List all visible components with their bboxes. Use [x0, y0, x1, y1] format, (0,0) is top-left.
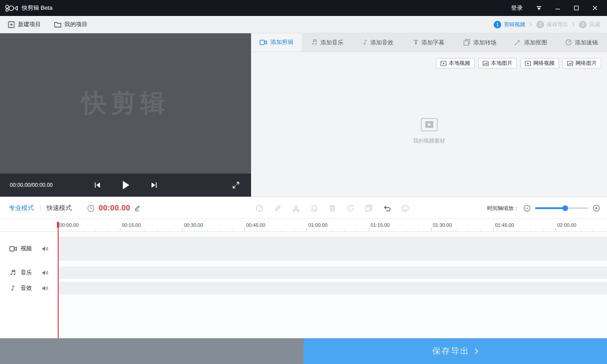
web-image-button[interactable]: 网络图片: [563, 58, 601, 68]
ruler-tick-label: 02:00.00: [557, 222, 576, 228]
quick-mode-button[interactable]: 快速模式: [47, 204, 72, 212]
fullscreen-icon[interactable]: [232, 174, 240, 197]
current-time-value: 00:00.00: [99, 204, 130, 213]
minimize-button[interactable]: [548, 0, 567, 16]
step-save-export[interactable]: 2 保存导出: [536, 21, 568, 28]
video-camera-icon: [260, 40, 267, 45]
step-chevron-icon: [572, 22, 575, 27]
edit-time-icon[interactable]: [134, 206, 140, 211]
step-finish[interactable]: 3 完成: [579, 21, 600, 28]
media-tabs: 添加剪辑 ♬ 添加音乐 ♪ 添加音效 T 添加字幕: [251, 33, 607, 52]
sound-effect-icon: ♪: [363, 39, 367, 46]
close-button[interactable]: [586, 0, 604, 16]
step-label: 完成: [589, 21, 600, 28]
my-projects-button[interactable]: 我的项目: [54, 20, 88, 28]
tab-add-speed[interactable]: 添加速镜: [556, 33, 607, 51]
workflow-steps: 1 剪辑视频 2 保存导出 3 完成: [494, 21, 600, 28]
ruler-tick-label: 00:30.00: [184, 222, 203, 228]
ruler-major-ticks: [58, 228, 607, 231]
pro-mode-button[interactable]: 专业模式: [9, 204, 34, 212]
sfx-track-lane[interactable]: [58, 282, 607, 294]
tab-add-sound-effect[interactable]: ♪ 添加音效: [353, 33, 403, 51]
step-number: 3: [579, 21, 587, 28]
local-image-button[interactable]: 本地图片: [478, 58, 517, 68]
step-number: 1: [494, 21, 501, 28]
speed-gauge-icon[interactable]: [256, 204, 264, 212]
scissors-icon[interactable]: [292, 204, 300, 212]
smiley-icon[interactable]: [401, 204, 409, 212]
video-track-lane[interactable]: [58, 237, 607, 261]
app-title: 快剪辑 Beta: [22, 4, 52, 12]
skin-menu-icon[interactable]: [530, 0, 548, 16]
copy-icon[interactable]: [365, 204, 373, 212]
project-toolbar: 新建项目 我的项目 1 剪辑视频 2 保存导出: [0, 16, 607, 33]
timeline-zoom-slider[interactable]: [535, 207, 588, 209]
empty-media-label: 我的视频素材: [413, 137, 445, 145]
tab-label: 添加转场: [473, 39, 496, 47]
footer-spacer: [0, 338, 304, 364]
undo-icon[interactable]: [383, 204, 391, 212]
image-icon: [567, 61, 573, 66]
tab-add-music[interactable]: ♬ 添加音乐: [302, 33, 352, 51]
timeline-ruler[interactable]: 00:00.00 00:15.00 00:30.00 00:45.00 01:0…: [0, 219, 607, 232]
tab-add-transition[interactable]: 添加转场: [455, 33, 505, 51]
skip-forward-icon[interactable]: [151, 182, 158, 189]
play-icon[interactable]: [121, 180, 130, 190]
local-video-button[interactable]: 本地视频: [436, 58, 475, 68]
video-track-header: 视频: [0, 237, 58, 261]
draw-pencil-icon[interactable]: [274, 204, 282, 212]
save-export-button[interactable]: 保存导出: [304, 338, 607, 364]
mode-switch: 专业模式 快速模式: [9, 197, 72, 219]
tab-add-clip[interactable]: 添加剪辑: [251, 33, 302, 51]
media-panel-body: 本地视频 本地图片: [251, 52, 607, 197]
music-track-icon: ♬: [9, 269, 17, 276]
volume-icon[interactable]: [42, 246, 48, 252]
source-button-label: 网络视频: [533, 59, 555, 67]
step-label: 剪辑视频: [504, 21, 525, 28]
volume-icon[interactable]: [42, 285, 48, 291]
skip-back-icon[interactable]: [94, 182, 101, 189]
login-button[interactable]: 登录: [511, 4, 523, 12]
step-edit-video[interactable]: 1 剪辑视频: [494, 21, 525, 28]
sfx-track-icon: ♪: [9, 285, 17, 292]
app-logo-icon: [4, 4, 18, 12]
maximize-button[interactable]: [567, 0, 586, 16]
ruler-tick-label: 01:30.00: [433, 222, 452, 228]
rotate-icon[interactable]: [347, 204, 355, 212]
tab-label: 添加字幕: [421, 39, 444, 47]
text-icon: T: [414, 39, 418, 46]
trash-icon[interactable]: [328, 204, 336, 212]
slider-thumb[interactable]: [563, 206, 568, 211]
tab-label: 添加剪辑: [270, 38, 293, 46]
ruler-tick-label: 00:15.00: [122, 222, 141, 228]
titlebar-left: 快剪辑 Beta: [4, 4, 52, 12]
divider: [40, 205, 40, 212]
tab-add-matting[interactable]: 添加抠图: [505, 33, 556, 51]
bell-icon[interactable]: [310, 204, 318, 212]
music-track-lane[interactable]: [58, 266, 607, 279]
web-video-button[interactable]: 网络视频: [520, 58, 559, 68]
timeline-tracks: 视频 ♬ 音乐 ♪ 音效: [0, 232, 607, 338]
media-panel: 添加剪辑 ♬ 添加音乐 ♪ 添加音效 T 添加字幕: [251, 33, 607, 197]
volume-icon[interactable]: [42, 270, 48, 276]
speed-lens-icon: [565, 39, 572, 46]
tab-add-subtitle[interactable]: T 添加字幕: [403, 33, 454, 51]
music-track-header: ♬ 音乐: [0, 266, 58, 279]
new-project-icon: [8, 21, 15, 28]
tab-label: 添加速镜: [575, 39, 598, 47]
track-name: 视频: [20, 245, 38, 253]
clock-icon: [87, 205, 95, 212]
zoom-in-icon[interactable]: [593, 205, 600, 212]
source-button-label: 本地图片: [491, 59, 512, 67]
zoom-label: 时间轴缩放：: [487, 205, 519, 212]
playhead[interactable]: [57, 222, 60, 338]
playhead-line: [58, 222, 59, 338]
ruler-tick-label: 01:15.00: [371, 222, 390, 228]
music-note-icon: ♬: [311, 39, 317, 46]
export-chevron-icon: [474, 348, 479, 355]
matting-wand-icon: [514, 39, 521, 46]
slider-fill: [535, 207, 565, 209]
zoom-out-icon[interactable]: [523, 205, 531, 212]
playback-bar: 00:00.00/00:00.00: [0, 174, 251, 197]
new-project-button[interactable]: 新建项目: [8, 20, 41, 28]
